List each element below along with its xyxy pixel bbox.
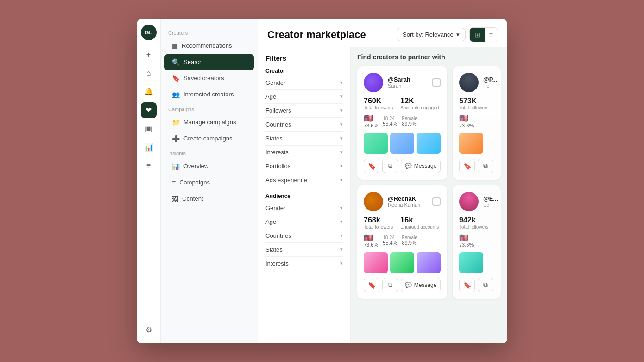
creator-handle: @P...: [483, 76, 498, 83]
save-button[interactable]: 🔖: [459, 278, 475, 292]
engaged-value: 12K: [400, 97, 439, 105]
nav-manage-campaigns[interactable]: 📁 Manage campaigns: [164, 114, 254, 130]
filter-creator-age[interactable]: Age ▾: [265, 90, 343, 104]
filter-creator-followers[interactable]: Followers ▾: [265, 104, 343, 118]
followers-value: 768k: [364, 216, 393, 224]
followers-stat: 760K Total followers: [364, 97, 393, 110]
message-icon: 💬: [405, 282, 412, 288]
creators-section-label: Creators: [161, 26, 258, 38]
nav-panel: Creators ▦ Recommendations 🔍 Search 🔖 Sa…: [161, 19, 258, 343]
message-button[interactable]: 💬 Message: [401, 159, 441, 173]
create-icon: ➕: [172, 135, 180, 142]
creator-name: Reena Kumari: [388, 202, 428, 208]
photo-thumb: [417, 133, 441, 154]
chevron-icon: ▾: [340, 205, 343, 211]
card-header: @P... Pe: [459, 73, 494, 92]
nav-interested-creators[interactable]: 👥 Interested creators: [164, 87, 254, 102]
avatar-ec: [459, 192, 479, 211]
copy-button[interactable]: ⧉: [478, 278, 493, 292]
nav-saved-creators[interactable]: 🔖 Saved creators: [164, 70, 254, 86]
save-button[interactable]: 🔖: [459, 159, 475, 173]
creator-name: Sarah: [388, 83, 428, 89]
main-content: Creator marketplace Sort by: Relevance ▾…: [258, 19, 507, 343]
creator-info: @P... Pe: [483, 76, 498, 89]
filter-creator-gender[interactable]: Gender ▾: [265, 76, 343, 90]
nav-menu-icon[interactable]: ≡: [141, 158, 157, 174]
creator-info: @E... Ec: [483, 195, 498, 208]
gender-label: Female: [402, 235, 417, 240]
search-icon: 🔍: [172, 58, 180, 66]
people-icon: 👥: [172, 91, 180, 98]
flag-pct: 73.6%: [364, 123, 378, 128]
nav-bell-icon[interactable]: 🔔: [141, 84, 157, 100]
filter-audience-states[interactable]: States ▾: [265, 243, 343, 257]
filter-creator-ads[interactable]: Ads experience ▾: [265, 173, 343, 187]
filter-audience-age[interactable]: Age ▾: [265, 215, 343, 229]
chevron-icon: ▾: [340, 163, 343, 169]
age-range: 18-24: [383, 116, 397, 121]
nav-chart-icon[interactable]: 📊: [141, 140, 157, 155]
demo-flag: 🇺🇸 73.6%: [364, 114, 378, 128]
message-button[interactable]: 💬 Message: [401, 278, 441, 292]
chevron-icon: ▾: [340, 135, 343, 141]
photo-thumb: [390, 133, 414, 154]
flag-pct: 73.6%: [459, 242, 474, 248]
nav-grid-icon[interactable]: ▣: [141, 121, 157, 137]
list-icon: ≡: [172, 179, 176, 186]
chevron-icon: ▾: [340, 149, 343, 155]
card-header: @ReenaK Reena Kumari: [364, 192, 441, 211]
filter-creator-states[interactable]: States ▾: [265, 132, 343, 146]
card-checkbox[interactable]: [432, 197, 441, 206]
filters-title: Filters: [265, 54, 343, 62]
card-actions: 🔖 ⧉ 💬 Message: [364, 159, 441, 173]
nav-search[interactable]: 🔍 Search: [164, 54, 254, 70]
nav-content[interactable]: 🖼 Content: [164, 191, 254, 207]
creator-card-ec: @E... Ec 942k Total followers: [453, 185, 501, 299]
save-button[interactable]: 🔖: [364, 159, 379, 173]
sort-bar: Sort by: Relevance ▾ ⊞ ≡: [397, 27, 498, 42]
bookmark-icon: 🔖: [172, 75, 180, 82]
demographics-row: 🇺🇸 73.6%: [459, 114, 494, 128]
creator-name: Ec: [483, 202, 498, 208]
nav-campaigns-insights[interactable]: ≡ Campaigns: [164, 175, 254, 191]
age-pct: 55.4%: [383, 240, 397, 246]
filter-audience-gender[interactable]: Gender ▾: [265, 201, 343, 215]
filter-creator-countries[interactable]: Countries ▾: [265, 118, 343, 132]
photo-thumb: [390, 252, 414, 273]
grid-view-button[interactable]: ⊞: [470, 28, 485, 42]
card-checkbox[interactable]: [432, 78, 441, 87]
copy-button[interactable]: ⧉: [382, 278, 398, 292]
engaged-stat: 12K Accounts engaged: [400, 97, 439, 110]
followers-label: Total followers: [364, 224, 393, 229]
list-view-button[interactable]: ≡: [485, 28, 498, 42]
nav-settings-icon[interactable]: ⚙: [141, 322, 157, 338]
nav-heart-icon[interactable]: ❤: [141, 102, 157, 118]
creator-card-reena: @ReenaK Reena Kumari 768k Total follower…: [357, 185, 447, 299]
content-area: Filters Creator Gender ▾ Age ▾ Followers…: [258, 47, 507, 343]
photos-row: [364, 252, 441, 273]
save-button[interactable]: 🔖: [364, 278, 379, 292]
nav-overview[interactable]: 📊 Overview: [164, 159, 254, 174]
engaged-stat: 16k Engaged accounts: [400, 216, 439, 229]
flag-emoji: 🇺🇸: [459, 114, 474, 123]
creator-info: @ReenaK Reena Kumari: [388, 195, 428, 208]
copy-button[interactable]: ⧉: [382, 159, 398, 173]
filter-audience-interests[interactable]: Interests ▾: [265, 257, 343, 270]
card-actions: 🔖 ⧉: [459, 278, 494, 292]
filters-panel: Filters Creator Gender ▾ Age ▾ Followers…: [258, 47, 351, 343]
followers-stat: 573K Total followers: [459, 97, 488, 110]
nav-recommendations[interactable]: ▦ Recommendations: [164, 38, 254, 54]
chevron-icon: ▾: [340, 177, 343, 183]
folder-icon: 📁: [172, 119, 180, 126]
nav-add-icon[interactable]: +: [141, 47, 157, 63]
campaigns-section-label: Campaigns: [161, 103, 258, 114]
filter-creator-portfolios[interactable]: Portfolios ▾: [265, 159, 343, 173]
filter-audience-countries[interactable]: Countries ▾: [265, 229, 343, 243]
chevron-icon: ▾: [340, 108, 343, 114]
filter-creator-interests[interactable]: Interests ▾: [265, 146, 343, 159]
sort-dropdown[interactable]: Sort by: Relevance ▾: [397, 28, 466, 41]
nav-home-icon[interactable]: ⌂: [141, 65, 157, 81]
copy-button[interactable]: ⧉: [478, 159, 493, 173]
nav-create-campaigns[interactable]: ➕ Create campaigns: [164, 131, 254, 146]
chevron-icon: ▾: [340, 94, 343, 100]
